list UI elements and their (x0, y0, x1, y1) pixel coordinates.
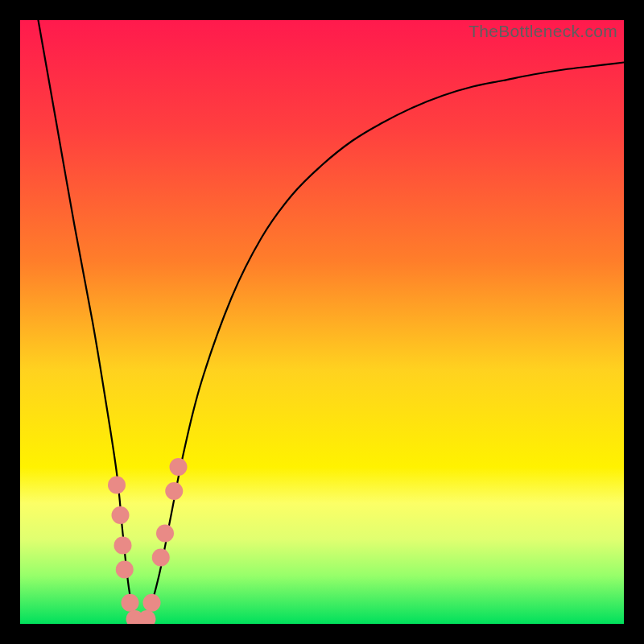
curve-svg (20, 20, 624, 624)
chart-frame: TheBottleneck.com (0, 0, 644, 644)
marker-bead (108, 477, 126, 494)
marker-bead (138, 610, 156, 624)
marker-bead (112, 506, 130, 524)
bottleneck-curve (39, 20, 625, 624)
watermark-text: TheBottleneck.com (469, 22, 617, 41)
marker-bead (156, 525, 174, 543)
marker-bead (134, 613, 151, 624)
marker-bead (143, 594, 161, 612)
plot-area: TheBottleneck.com (20, 20, 624, 624)
marker-bead (152, 549, 170, 567)
marker-bead (122, 594, 139, 612)
marker-bead (165, 482, 183, 500)
marker-beads (108, 458, 188, 624)
marker-bead (126, 610, 144, 624)
marker-bead (116, 561, 134, 579)
marker-bead (170, 458, 188, 476)
marker-bead (114, 537, 132, 555)
marker-bead (129, 613, 147, 624)
